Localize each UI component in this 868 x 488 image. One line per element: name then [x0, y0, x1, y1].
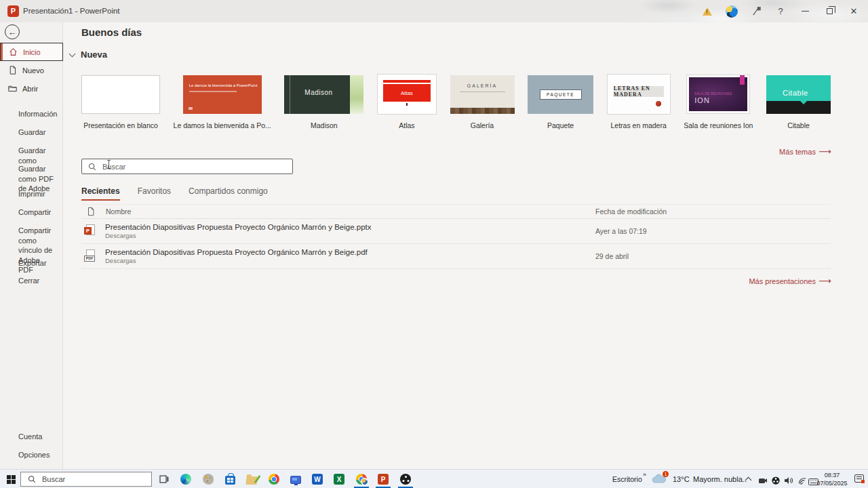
restore-button[interactable]	[821, 3, 838, 20]
sidebar-item-informacion[interactable]: Información	[0, 109, 63, 119]
weather-widget[interactable]: 1	[651, 473, 667, 485]
task-view-button[interactable]	[156, 470, 172, 488]
template-paquete[interactable]: PAQUETE Paquete	[528, 73, 593, 129]
sidebar-item-guardar-como[interactable]: Guardar como	[0, 146, 63, 165]
store-icon	[225, 476, 235, 485]
toolbar-overflow-chevron[interactable]: »	[643, 471, 646, 478]
column-header-modified[interactable]: Fecha de modificación	[595, 207, 667, 216]
template-search[interactable]	[81, 159, 293, 174]
template-galeria-thumbnail[interactable]: GALERÍA	[450, 75, 515, 114]
title-bar: P Presentación1 - PowerPoint ? ✕	[0, 0, 868, 22]
powerpoint-start-screen: P Presentación1 - PowerPoint ? ✕ ← Inici…	[0, 0, 868, 488]
file-location: Descargas	[105, 257, 368, 264]
sidebar-item-abrir[interactable]: Abrir	[0, 79, 63, 98]
chrome-icon	[269, 474, 279, 485]
account-avatar[interactable]	[723, 3, 741, 20]
tab-recientes[interactable]: Recientes	[81, 186, 120, 201]
template-madison-thumbnail[interactable]: Madison	[284, 75, 363, 114]
taskbar-edge[interactable]	[178, 470, 194, 488]
column-header-name[interactable]: Nombre	[106, 207, 131, 216]
weather-alert-badge: 1	[663, 471, 669, 477]
template-ion-thumbnail[interactable]: SALA DE REUNIONES ION	[689, 77, 747, 111]
file-name[interactable]: Presentación Diapositivas Propuesta Proy…	[105, 223, 371, 231]
powerpoint-icon: P	[378, 474, 389, 485]
template-letras[interactable]: LETRAS EN MADERA Letras en madera	[607, 73, 671, 129]
taskbar-store[interactable]	[222, 470, 238, 488]
word-icon: W	[312, 474, 323, 485]
template-welcome-thumbnail[interactable]: Le damos la bienvenida a PowerPoint	[183, 75, 262, 114]
template-galeria[interactable]: GALERÍA Galería	[450, 73, 515, 129]
minimize-button[interactable]	[796, 3, 814, 20]
taskbar-obs[interactable]	[397, 470, 414, 488]
nueva-section-title[interactable]: Nueva	[81, 49, 107, 60]
template-citable-thumbnail[interactable]: Citable	[766, 75, 831, 114]
template-atlas[interactable]: Atlas Atlas	[377, 73, 437, 129]
tab-compartidos[interactable]: Compartidos conmigo	[189, 186, 268, 201]
tray-capture-icon[interactable]	[758, 475, 768, 487]
tray-obs-icon[interactable]	[772, 475, 780, 487]
tray-overflow-button[interactable]	[746, 478, 751, 483]
taskbar-chrome-profile[interactable]	[353, 470, 370, 488]
sidebar-item-nuevo[interactable]: Nuevo	[0, 61, 63, 79]
template-ion[interactable]: SALA DE REUNIONES ION Sala de reuniones …	[684, 73, 753, 129]
template-blank[interactable]: Presentación en blanco	[81, 73, 160, 129]
template-atlas-thumbnail[interactable]: Atlas	[380, 77, 434, 112]
sidebar-item-imprimir[interactable]: Imprimir	[0, 189, 63, 199]
taskbar-clock[interactable]: 08:37 07/05/2025	[812, 472, 852, 487]
taskbar-remote-desktop[interactable]	[288, 470, 304, 488]
template-blank-thumbnail[interactable]	[81, 75, 160, 114]
sidebar-item-exportar[interactable]: Exportar	[0, 258, 63, 268]
help-button[interactable]: ?	[772, 3, 789, 20]
more-themes-link[interactable]: Más temas ⟶	[81, 145, 831, 157]
sidebar-item-cuenta[interactable]: Cuenta	[0, 432, 63, 441]
taskbar-notes[interactable]	[243, 470, 260, 488]
taskbar-search[interactable]	[20, 472, 152, 487]
taskbar-powerpoint[interactable]: P	[375, 470, 391, 488]
paint-icon	[203, 474, 214, 485]
sidebar-item-cerrar[interactable]: Cerrar	[0, 276, 63, 286]
back-button[interactable]: ←	[5, 24, 20, 39]
taskbar-search-input[interactable]	[42, 475, 145, 483]
windows-logo-icon	[7, 475, 16, 484]
close-button[interactable]: ✕	[845, 3, 863, 20]
search-input[interactable]	[102, 163, 287, 171]
profile-avatar	[361, 478, 368, 485]
search-icon	[27, 474, 37, 484]
recent-file-row[interactable]: P Presentación Diapositivas Propuesta Pr…	[81, 219, 831, 244]
window-title: Presentación1 - PowerPoint	[23, 7, 120, 15]
template-madison[interactable]: Madison Madison	[284, 73, 363, 129]
taskbar-chrome[interactable]	[266, 470, 282, 488]
file-name[interactable]: Presentación Diapositivas Propuesta Proy…	[105, 248, 368, 256]
taskbar-word[interactable]: W	[309, 470, 326, 488]
sidebar-item-opciones[interactable]: Opciones	[0, 451, 63, 459]
clock-date: 07/05/2025	[812, 480, 852, 488]
template-welcome[interactable]: Le damos la bienvenida a PowerPoint Le d…	[174, 73, 271, 129]
taskbar-excel[interactable]: X	[331, 470, 347, 488]
start-button[interactable]	[3, 470, 19, 488]
new-document-icon	[8, 66, 17, 75]
sidebar-item-inicio[interactable]: Inicio	[0, 43, 63, 61]
template-gallery: Presentación en blanco Le damos la bienv…	[81, 73, 831, 129]
template-letras-thumbnail[interactable]: LETRAS EN MADERA	[610, 77, 668, 112]
recent-file-row[interactable]: PDF Presentación Diapositivas Propuesta …	[81, 244, 831, 269]
feedback-icon[interactable]	[747, 3, 765, 20]
network-icon[interactable]	[797, 475, 807, 487]
weather-temperature[interactable]: 13°C	[673, 475, 690, 483]
collapse-chevron-icon[interactable]	[69, 50, 76, 57]
more-presentations-link[interactable]: Más presentaciones ⟶	[81, 274, 831, 287]
desktop-toolbar-label[interactable]: Escritorio	[612, 475, 642, 483]
greeting-heading: Buenos días	[81, 26, 142, 38]
weather-condition[interactable]: Mayorm. nubla...	[693, 475, 747, 483]
sidebar-item-compartir[interactable]: Compartir	[0, 207, 63, 218]
action-center-icon[interactable]	[854, 474, 864, 483]
template-paquete-thumbnail[interactable]: PAQUETE	[528, 75, 593, 114]
sidebar-item-guardar[interactable]: Guardar	[0, 127, 63, 138]
volume-icon[interactable]	[784, 475, 793, 487]
warning-icon[interactable]	[698, 3, 716, 20]
recent-tabs: Recientes Favoritos Compartidos conmigo	[81, 186, 268, 201]
powerpoint-app-icon: P	[7, 5, 19, 17]
taskbar-paint[interactable]	[200, 470, 216, 488]
template-citable[interactable]: Citable Citable	[766, 73, 831, 129]
tab-favoritos[interactable]: Favoritos	[138, 186, 171, 201]
back-icon: ←	[8, 27, 17, 37]
